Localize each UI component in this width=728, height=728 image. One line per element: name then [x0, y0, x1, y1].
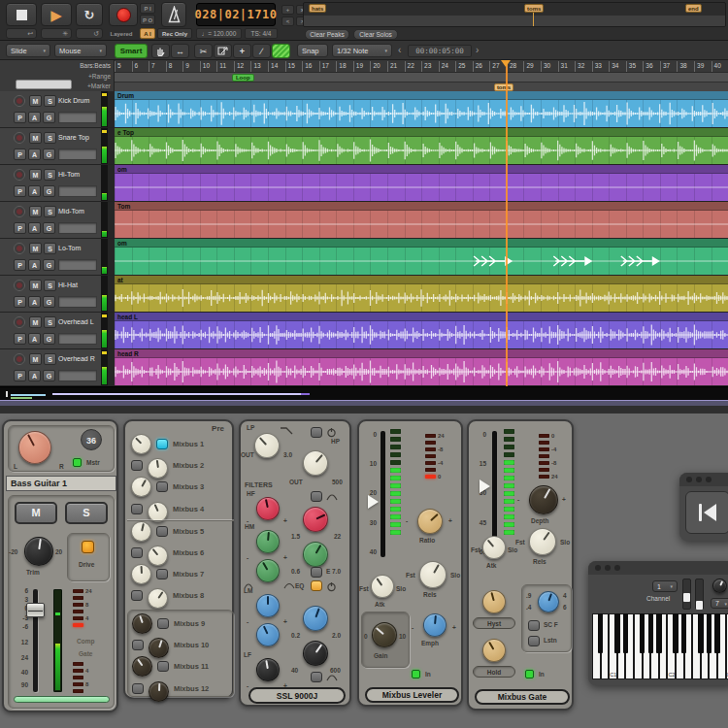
piano-key-black[interactable] [640, 613, 645, 653]
group-button[interactable]: G [43, 259, 55, 271]
window-dot[interactable] [595, 565, 601, 571]
threshold-pointer[interactable] [368, 495, 385, 509]
timeline-marker-tag[interactable]: toms [524, 4, 544, 13]
record-arm-button[interactable] [14, 95, 25, 107]
cut-tool-button[interactable]: ✂ [194, 44, 213, 58]
automation-button[interactable]: A [28, 259, 41, 271]
lm-q-knob[interactable] [256, 623, 280, 646]
automation-button[interactable]: A [28, 149, 41, 160]
track-solo-button[interactable]: S [44, 243, 56, 254]
channel-fader-handle[interactable] [26, 603, 45, 617]
eq-power-button[interactable] [311, 580, 322, 591]
listen-button[interactable] [528, 636, 540, 646]
rec-only-button[interactable]: Rec Only [157, 28, 192, 39]
send-enable-button[interactable] [156, 439, 168, 449]
ruler-mode-bars-beats[interactable]: Bars:Beats [80, 63, 111, 70]
piano-key-black[interactable] [698, 613, 703, 653]
piano-key-black[interactable] [656, 613, 661, 653]
play-option-button[interactable]: ✳ [41, 28, 72, 39]
window-dot[interactable] [696, 477, 702, 482]
automation-button[interactable]: A [28, 296, 41, 308]
plugin-name-plate[interactable]: Mixbus Gate [475, 689, 570, 705]
go-to-start-button[interactable] [685, 491, 728, 534]
lm-gain-knob[interactable] [256, 594, 280, 617]
record-arm-button[interactable] [14, 132, 25, 144]
trim-knob[interactable] [24, 537, 53, 566]
group-button[interactable]: G [43, 112, 55, 123]
window-dot[interactable] [686, 477, 692, 482]
draw-tool-button[interactable]: ∕ [252, 44, 271, 58]
loop-range-marker[interactable]: Loop [232, 74, 254, 82]
gate-in-led[interactable] [525, 670, 534, 678]
track-gain-slider[interactable] [58, 259, 97, 271]
record-arm-button[interactable] [14, 169, 25, 181]
lm-freq-knob[interactable] [303, 606, 328, 631]
track-solo-button[interactable]: S [44, 95, 56, 107]
automation-button[interactable]: A [28, 185, 41, 197]
hf-freq-knob[interactable] [303, 507, 328, 532]
playlist-button[interactable]: P [14, 259, 26, 271]
channel-name[interactable]: Bass Guitar 1 [6, 476, 116, 491]
playlist-button[interactable]: P [14, 112, 26, 123]
e-mode-button[interactable] [311, 567, 322, 578]
plugin-name-plate[interactable]: SSL 9000J [248, 687, 346, 704]
nudge-larger-button[interactable]: + [281, 5, 294, 15]
audio-region[interactable]: head L [115, 313, 728, 348]
track-solo-button[interactable]: S [44, 206, 56, 217]
mod-slider[interactable] [695, 579, 704, 610]
track-gain-slider[interactable] [58, 112, 97, 123]
track-mute-button[interactable]: M [29, 95, 42, 107]
send-enable-button[interactable] [132, 683, 144, 694]
automation-button[interactable]: A [28, 112, 41, 123]
master-assign-led[interactable] [73, 458, 82, 467]
timecode-display[interactable]: 028|02|1710 [196, 3, 276, 26]
record-arm-button[interactable] [14, 316, 25, 328]
stretch-tool-button[interactable]: ↔ [171, 44, 189, 58]
automation-button[interactable]: A [28, 370, 41, 381]
window-dot[interactable] [614, 565, 620, 571]
strip-solo-button[interactable]: S [65, 502, 108, 524]
automation-button[interactable]: A [28, 333, 41, 345]
mouse-mode-dropdown[interactable]: Mouse▾ [54, 44, 107, 57]
audio-region[interactable]: e Top [115, 128, 728, 164]
send-enable-button[interactable] [156, 481, 168, 492]
record-arm-button[interactable] [14, 243, 25, 254]
track-header[interactable]: MSKick DrumPAG [0, 91, 101, 127]
threshold-pointer[interactable] [480, 480, 497, 493]
send-enable-button[interactable] [131, 590, 143, 601]
track-mute-button[interactable]: M [29, 280, 42, 291]
audio-region[interactable]: at [115, 276, 728, 312]
group-button[interactable]: G [43, 370, 55, 381]
grab-tool-button[interactable] [151, 44, 170, 58]
session-summary-strip[interactable] [0, 386, 728, 400]
grid-unit-dropdown[interactable]: 1/32 Note▾ [332, 44, 392, 57]
emphasis-knob[interactable] [423, 613, 447, 637]
send-enable-button[interactable] [157, 661, 169, 672]
octave-dropdown[interactable]: 7▾ [711, 598, 728, 609]
send-enable-button[interactable] [131, 547, 143, 558]
track-solo-button[interactable]: S [44, 316, 56, 328]
lp-filter-knob[interactable] [254, 433, 280, 458]
region-gain-tool-button[interactable] [214, 44, 232, 58]
track-mute-button[interactable]: M [29, 132, 42, 144]
midi-channel-dropdown[interactable]: 1▾ [652, 580, 678, 592]
window-titlebar[interactable] [588, 561, 728, 575]
clear-peaks-button[interactable]: Clear Peaks [305, 29, 349, 40]
strip-mute-button[interactable]: M [15, 502, 57, 524]
time-signature-display[interactable]: TS: 4/4 [245, 28, 278, 39]
send-level-knob[interactable] [131, 521, 151, 542]
track-header[interactable]: MSOverhead RPAG [0, 349, 101, 385]
snap-button[interactable]: Snap [297, 44, 328, 57]
audio-region[interactable]: om [115, 239, 728, 275]
track-gain-slider[interactable] [58, 222, 97, 234]
track-header[interactable]: MSLo-TomPAG [0, 239, 101, 275]
punch-out-button[interactable]: P O [140, 15, 155, 25]
send-level-knob[interactable] [148, 588, 168, 609]
stop-button[interactable] [6, 3, 37, 26]
hold-knob[interactable] [482, 639, 506, 662]
window-dot[interactable] [706, 477, 711, 482]
velocity-slider[interactable] [682, 579, 691, 610]
piano-key-black[interactable] [623, 613, 628, 653]
chevron-left-icon[interactable]: ‹ [398, 45, 401, 55]
playlist-button[interactable]: P [14, 296, 26, 308]
